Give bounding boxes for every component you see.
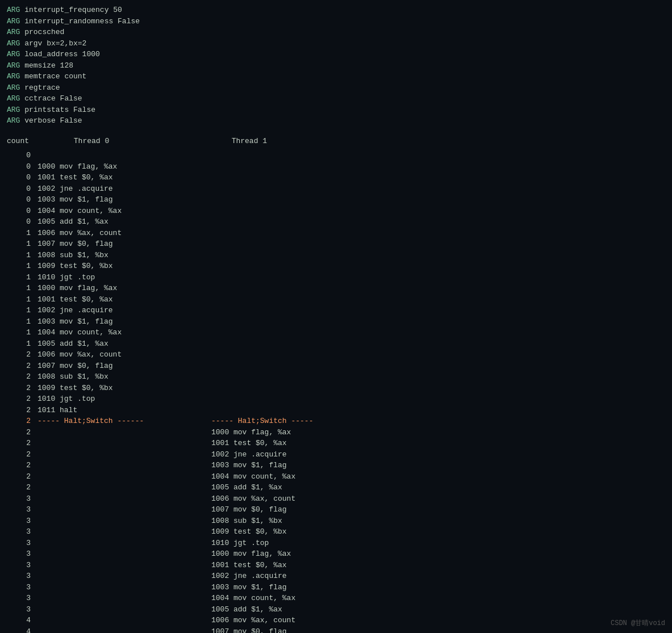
arg-line: ARG procsched (7, 27, 665, 38)
code-row: 21011 halt (7, 405, 665, 416)
code-row: 11009 test $0, %bx (7, 261, 665, 272)
code-row: 11005 add $1, %ax (7, 338, 665, 350)
arg-line: ARG cctrace False (7, 93, 665, 104)
arg-line: ARG verbose False (7, 115, 665, 127)
thread1-header: Thread 1 (232, 136, 267, 147)
code-row: 21001 test $0, %ax (7, 438, 665, 449)
code-section: 0 01000 mov flag, %ax 01001 test $0, %ax… (7, 150, 665, 633)
code-row: 11008 sub $1, %bx (7, 250, 665, 261)
code-row: 01001 test $0, %ax (7, 172, 665, 183)
code-row: 21009 test $0, %bx (7, 383, 665, 394)
code-row: 11001 test $0, %ax (7, 294, 665, 305)
code-row: 01005 add $1, %ax (7, 216, 665, 228)
code-row: 01004 mov count, %ax (7, 206, 665, 217)
code-row: 01003 mov $1, flag (7, 194, 665, 206)
code-row: 21005 add $1, %ax (7, 482, 665, 493)
code-row: 21006 mov %ax, count (7, 349, 665, 360)
code-row: 01000 mov flag, %ax (7, 161, 665, 173)
code-row: 0 (7, 150, 665, 161)
thread0-header: Thread 0 (74, 136, 227, 147)
code-row: 21000 mov flag, %ax (7, 427, 665, 438)
code-row: 21003 mov $1, flag (7, 460, 665, 471)
code-row: 31003 mov $1, flag (7, 582, 665, 593)
code-row: 31001 test $0, %ax (7, 560, 665, 571)
code-row: 11006 mov %ax, count (7, 228, 665, 239)
code-row: 11002 jne .acquire (7, 305, 665, 316)
arg-line: ARG interrupt_frequency 50 (7, 5, 665, 16)
arg-line: ARG load_address 1000 (7, 49, 665, 60)
code-row: 11004 mov count, %ax (7, 327, 665, 338)
code-row: 21007 mov $0, flag (7, 360, 665, 372)
code-row: 21010 jgt .top (7, 393, 665, 405)
code-row: 21002 jne .acquire (7, 449, 665, 460)
arg-line: ARG memsize 128 (7, 60, 665, 72)
code-row: 11003 mov $1, flag (7, 316, 665, 328)
code-row: 11007 mov $0, flag (7, 238, 665, 250)
code-row: 21004 mov count, %ax (7, 471, 665, 483)
arg-line: ARG regtrace (7, 82, 665, 94)
code-row: 41006 mov %ax, count (7, 615, 665, 626)
watermark-label: CSDN @甘晴void (611, 618, 665, 628)
terminal: ARG interrupt_frequency 50 ARG interrupt… (0, 0, 672, 633)
code-row: 31006 mov %ax, count (7, 493, 665, 505)
code-row: 41007 mov $0, flag (7, 626, 665, 634)
arg-line: ARG memtrace count (7, 71, 665, 82)
arg-line: ARG argv bx=2,bx=2 (7, 38, 665, 49)
arg-line: ARG printstats False (7, 104, 665, 116)
thread-header: count Thread 0 Thread 1 (7, 136, 665, 147)
code-row: 31008 sub $1, %bx (7, 515, 665, 527)
code-row: 01002 jne .acquire (7, 183, 665, 195)
code-row: 21008 sub $1, %bx (7, 371, 665, 383)
count-header: count (7, 136, 35, 147)
code-row: 31005 add $1, %ax (7, 604, 665, 615)
code-row: 31010 jgt .top (7, 538, 665, 549)
code-row: 31000 mov flag, %ax (7, 548, 665, 560)
args-section: ARG interrupt_frequency 50 ARG interrupt… (7, 5, 665, 127)
code-row: 31009 test $0, %bx (7, 526, 665, 538)
code-row: 31002 jne .acquire (7, 571, 665, 582)
code-row: 31007 mov $0, flag (7, 504, 665, 515)
code-row: 11000 mov flag, %ax (7, 283, 665, 294)
code-row: 11010 jgt .top (7, 272, 665, 283)
code-row: 31004 mov count, %ax (7, 593, 665, 604)
arg-line: ARG interrupt_randomness False (7, 16, 665, 27)
halt-switch-row: 2----- Halt;Switch ----------- Halt;Swit… (7, 416, 665, 427)
